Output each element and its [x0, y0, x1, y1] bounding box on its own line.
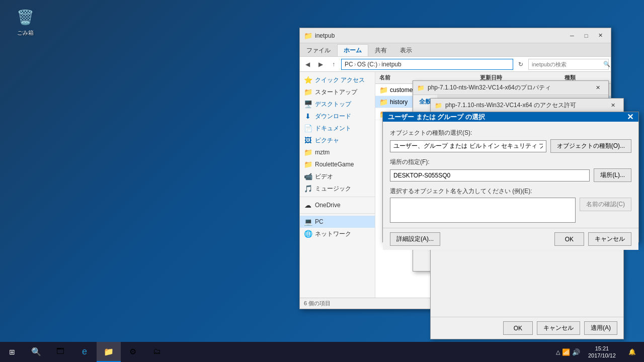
- path-pc: PC: [345, 61, 353, 68]
- taskbar-folder2[interactable]: 🗂: [145, 342, 169, 362]
- location-button[interactable]: 場所(L)...: [594, 168, 631, 182]
- sidebar-item-downloads[interactable]: ⬇ ダウンロード: [300, 110, 375, 122]
- clock-date: 2017/10/12: [588, 352, 616, 359]
- dialog-properties-icon: 📁: [417, 84, 425, 92]
- dialog-select-user-close[interactable]: ✕: [627, 112, 633, 122]
- object-name-label: 選択するオブジェクト名を入力してください (例)(E):: [390, 187, 631, 196]
- taskbar-search[interactable]: 🔍: [24, 342, 48, 362]
- startup-icon: 📁: [304, 88, 312, 96]
- start-button[interactable]: ⊞: [0, 342, 24, 362]
- taskbar-edge[interactable]: e: [72, 342, 97, 362]
- dialog-access-close[interactable]: ✕: [606, 101, 619, 111]
- sidebar-item-label-pictures: ピクチャ: [315, 136, 339, 145]
- check-names-button[interactable]: 名前の確認(C): [580, 198, 631, 211]
- tray-up-arrow[interactable]: △: [556, 349, 560, 355]
- music-icon: 🎵: [304, 185, 312, 193]
- sidebar-item-quick-access[interactable]: ⭐ クイック アクセス: [300, 74, 375, 86]
- sidebar: ⭐ クイック アクセス 📁 スタートアップ 🖥️ デスクトップ ⬇ ダウンロード…: [300, 72, 375, 298]
- dialog-access-footer: OK キャンセル 適用(A): [431, 317, 623, 339]
- sidebar-item-onedrive[interactable]: ☁ OneDrive: [300, 199, 375, 211]
- taskbar-settings[interactable]: ⚙: [121, 342, 145, 362]
- sidebar-item-videos[interactable]: 📹 ビデオ: [300, 170, 375, 183]
- select-user-cancel-button[interactable]: キャンセル: [588, 232, 631, 246]
- maximize-button[interactable]: □: [580, 31, 593, 41]
- sidebar-item-startup[interactable]: 📁 スタートアップ: [300, 86, 375, 98]
- windows-logo-icon: ⊞: [9, 348, 15, 356]
- object-name-textarea[interactable]: [390, 198, 576, 223]
- pc-icon: 💻: [304, 218, 312, 226]
- taskbar-apps: 🔍 🗔 e 📁 ⚙ 🗂: [24, 342, 169, 362]
- documents-icon: 📄: [304, 124, 312, 132]
- object-type-button[interactable]: オブジェクトの種類(O)...: [550, 139, 631, 153]
- desktop: 🗑️ ごみ箱 📁 inetpub ─ □ ✕ ファイル ホーム 共有 表示 ◀ …: [0, 0, 644, 362]
- recycle-bin-icon[interactable]: 🗑️ ごみ箱: [8, 5, 43, 39]
- taskbar-clock[interactable]: 15:21 2017/10/12: [584, 345, 620, 359]
- sidebar-item-pc[interactable]: 💻 PC: [300, 216, 375, 228]
- sidebar-item-music[interactable]: 🎵 ミュージック: [300, 183, 375, 195]
- videos-icon: 📹: [304, 172, 312, 180]
- sidebar-item-label-network: ネットワーク: [315, 230, 351, 238]
- select-user-ok-button[interactable]: OK: [554, 232, 584, 246]
- dialog-properties-titlebar: 📁 php-7.1.10-nts-Win32-VC14-x64のプロパティ ✕: [413, 81, 608, 95]
- pictures-icon: 🖼: [304, 136, 312, 144]
- notification-button[interactable]: 🔔: [624, 342, 640, 362]
- access-ok-button[interactable]: OK: [503, 321, 533, 335]
- tray-network-icon[interactable]: 📶: [562, 348, 570, 356]
- access-apply-button[interactable]: 適用(A): [584, 321, 617, 335]
- access-cancel-button[interactable]: キャンセル: [537, 321, 580, 335]
- folder-icon-history: 📁: [379, 98, 388, 106]
- sidebar-item-desktop[interactable]: 🖥️ デスクトップ: [300, 98, 375, 110]
- explorer-title: inetpub: [315, 32, 566, 39]
- sidebar-item-label-quick-access: クイック アクセス: [315, 76, 365, 84]
- address-bar: ◀ ▶ ↑ PC › OS (C:) › inetpub ↻ 🔍: [300, 57, 611, 72]
- object-name-row: 名前の確認(C): [390, 198, 631, 223]
- dialog-properties-close[interactable]: ✕: [591, 83, 604, 93]
- tab-view[interactable]: 表示: [393, 44, 419, 56]
- mztm-icon: 📁: [304, 148, 312, 156]
- location-row: 場所(L)...: [390, 168, 631, 182]
- close-button[interactable]: ✕: [594, 31, 607, 41]
- address-path[interactable]: PC › OS (C:) › inetpub: [341, 59, 513, 70]
- dialog-select-user: ユーザー または グループ の選択 ✕ オブジェクトの種類の選択(S): オブジ…: [382, 112, 639, 242]
- sidebar-item-mztm[interactable]: 📁 mztm: [300, 146, 375, 158]
- task-view-icon: 🗔: [55, 346, 65, 356]
- edge-icon: e: [79, 346, 90, 356]
- refresh-button[interactable]: ↻: [515, 59, 526, 70]
- ribbon-tabs: ファイル ホーム 共有 表示: [300, 43, 611, 56]
- tab-share[interactable]: 共有: [368, 44, 393, 56]
- tray-sound-icon[interactable]: 🔊: [572, 348, 580, 356]
- search-input[interactable]: [532, 61, 601, 67]
- recycle-bin-image: 🗑️: [15, 7, 35, 27]
- search-taskbar-icon: 🔍: [31, 346, 41, 356]
- taskbar-explorer[interactable]: 📁: [97, 342, 121, 362]
- dialog-properties-title: php-7.1.10-nts-Win32-VC14-x64のプロパティ: [428, 83, 591, 92]
- sidebar-divider-1: [300, 197, 375, 197]
- folder-icon-custome: 📁: [379, 86, 388, 94]
- taskbar: ⊞ 🔍 🗔 e 📁 ⚙ 🗂 △ 📶: [0, 342, 644, 362]
- taskbar-task-view[interactable]: 🗔: [48, 342, 72, 362]
- minimize-button[interactable]: ─: [566, 31, 579, 41]
- dialog-select-user-body: オブジェクトの種類の選択(S): オブジェクトの種類(O)... 場所の指定(F…: [383, 122, 638, 228]
- location-input[interactable]: [390, 169, 590, 182]
- object-type-label: オブジェクトの種類の選択(S):: [390, 129, 631, 137]
- forward-button[interactable]: ▶: [315, 59, 326, 70]
- search-box[interactable]: 🔍: [528, 59, 609, 70]
- tab-file[interactable]: ファイル: [300, 44, 337, 56]
- sidebar-item-label-downloads: ダウンロード: [315, 112, 351, 121]
- sidebar-item-network[interactable]: 🌐 ネットワーク: [300, 228, 375, 240]
- sidebar-item-roulette[interactable]: 📁 RouletteGame: [300, 158, 375, 170]
- back-button[interactable]: ◀: [302, 59, 313, 70]
- sidebar-item-documents[interactable]: 📄 ドキュメント: [300, 122, 375, 134]
- search-icon: 🔍: [603, 61, 610, 67]
- roulette-icon: 📁: [304, 160, 312, 168]
- window-controls: ─ □ ✕: [566, 31, 607, 41]
- advanced-button[interactable]: 詳細設定(A)...: [390, 232, 440, 246]
- explorer-titlebar: 📁 inetpub ─ □ ✕: [300, 28, 611, 43]
- sidebar-item-pictures[interactable]: 🖼 ピクチャ: [300, 134, 375, 146]
- desktop-icon-sidebar: 🖥️: [304, 100, 312, 108]
- sidebar-item-label-desktop: デスクトップ: [315, 100, 351, 109]
- object-type-input[interactable]: [390, 140, 546, 152]
- location-label: 場所の指定(F):: [390, 158, 631, 166]
- tab-home[interactable]: ホーム: [337, 44, 368, 56]
- up-button[interactable]: ↑: [328, 59, 339, 70]
